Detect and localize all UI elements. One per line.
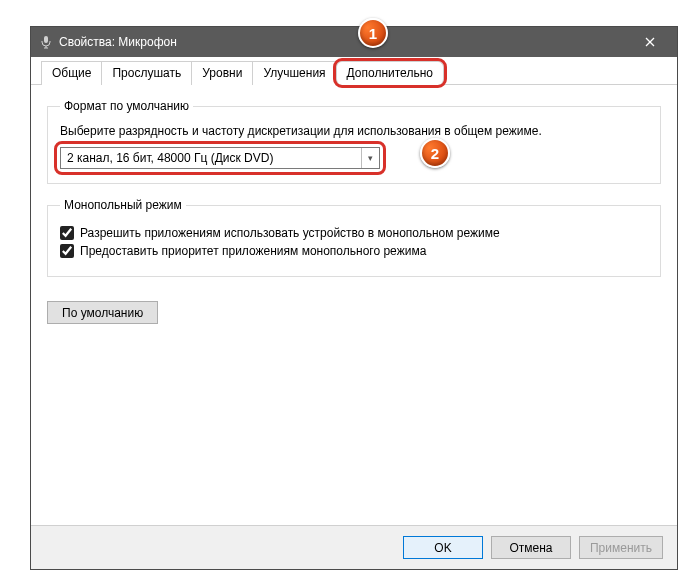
properties-window: Свойства: Микрофон Общие Прослушать Уров… <box>30 26 678 570</box>
tab-general[interactable]: Общие <box>41 61 102 85</box>
checkbox-allow-exclusive[interactable]: Разрешить приложениям использовать устро… <box>60 226 648 240</box>
window-title: Свойства: Микрофон <box>59 35 629 49</box>
annotation-callout-1: 1 <box>358 18 388 48</box>
group-exclusive-mode: Монопольный режим Разрешить приложениям … <box>47 198 661 277</box>
close-button[interactable] <box>629 27 671 57</box>
tab-enhancements[interactable]: Улучшения <box>252 61 336 85</box>
dialog-footer: OK Отмена Применить <box>31 525 677 569</box>
apply-button[interactable]: Применить <box>579 536 663 559</box>
tab-row: Общие Прослушать Уровни Улучшения Дополн… <box>31 57 677 85</box>
restore-defaults-button[interactable]: По умолчанию <box>47 301 158 324</box>
ok-button[interactable]: OK <box>403 536 483 559</box>
microphone-icon <box>39 35 53 49</box>
titlebar: Свойства: Микрофон <box>31 27 677 57</box>
checkbox-exclusive-priority[interactable]: Предоставить приоритет приложениям моноп… <box>60 244 648 258</box>
format-combo-wrap: 2 канал, 16 бит, 48000 Гц (Диск DVD) ▾ <box>60 147 380 169</box>
checkbox-exclusive-priority-label: Предоставить приоритет приложениям моноп… <box>80 244 426 258</box>
group-default-format: Формат по умолчанию Выберите разрядность… <box>47 99 661 184</box>
checkbox-allow-exclusive-input[interactable] <box>60 226 74 240</box>
format-selected-value: 2 канал, 16 бит, 48000 Гц (Диск DVD) <box>67 151 273 165</box>
tab-levels[interactable]: Уровни <box>191 61 253 85</box>
default-format-help: Выберите разрядность и частоту дискретиз… <box>60 123 648 139</box>
group-exclusive-legend: Монопольный режим <box>60 198 186 212</box>
group-default-format-legend: Формат по умолчанию <box>60 99 193 113</box>
cancel-button[interactable]: Отмена <box>491 536 571 559</box>
tab-content: Формат по умолчанию Выберите разрядность… <box>31 85 677 525</box>
format-combobox[interactable]: 2 канал, 16 бит, 48000 Гц (Диск DVD) ▾ <box>60 147 380 169</box>
checkbox-exclusive-priority-input[interactable] <box>60 244 74 258</box>
tab-advanced[interactable]: Дополнительно <box>336 61 444 85</box>
svg-rect-0 <box>44 36 48 43</box>
tab-listen[interactable]: Прослушать <box>101 61 192 85</box>
checkbox-allow-exclusive-label: Разрешить приложениям использовать устро… <box>80 226 500 240</box>
chevron-down-icon: ▾ <box>361 148 379 168</box>
annotation-callout-2: 2 <box>420 138 450 168</box>
